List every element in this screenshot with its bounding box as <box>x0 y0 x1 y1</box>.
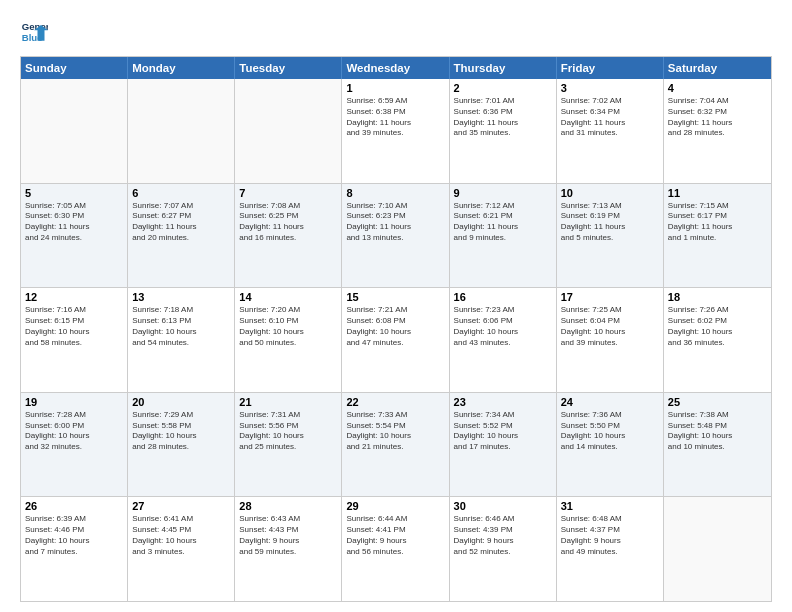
day-cell: 27Sunrise: 6:41 AM Sunset: 4:45 PM Dayli… <box>128 497 235 601</box>
day-info: Sunrise: 6:39 AM Sunset: 4:46 PM Dayligh… <box>25 514 123 557</box>
day-cell: 6Sunrise: 7:07 AM Sunset: 6:27 PM Daylig… <box>128 184 235 288</box>
day-number: 9 <box>454 187 552 199</box>
day-info: Sunrise: 7:10 AM Sunset: 6:23 PM Dayligh… <box>346 201 444 244</box>
day-cell: 15Sunrise: 7:21 AM Sunset: 6:08 PM Dayli… <box>342 288 449 392</box>
day-info: Sunrise: 6:46 AM Sunset: 4:39 PM Dayligh… <box>454 514 552 557</box>
day-info: Sunrise: 7:23 AM Sunset: 6:06 PM Dayligh… <box>454 305 552 348</box>
day-cell: 22Sunrise: 7:33 AM Sunset: 5:54 PM Dayli… <box>342 393 449 497</box>
day-info: Sunrise: 6:41 AM Sunset: 4:45 PM Dayligh… <box>132 514 230 557</box>
day-number: 12 <box>25 291 123 303</box>
day-number: 3 <box>561 82 659 94</box>
day-info: Sunrise: 7:26 AM Sunset: 6:02 PM Dayligh… <box>668 305 767 348</box>
day-number: 4 <box>668 82 767 94</box>
calendar: SundayMondayTuesdayWednesdayThursdayFrid… <box>20 56 772 602</box>
calendar-row: 12Sunrise: 7:16 AM Sunset: 6:15 PM Dayli… <box>21 287 771 392</box>
day-cell: 8Sunrise: 7:10 AM Sunset: 6:23 PM Daylig… <box>342 184 449 288</box>
day-info: Sunrise: 7:15 AM Sunset: 6:17 PM Dayligh… <box>668 201 767 244</box>
day-cell: 25Sunrise: 7:38 AM Sunset: 5:48 PM Dayli… <box>664 393 771 497</box>
day-number: 18 <box>668 291 767 303</box>
day-info: Sunrise: 7:01 AM Sunset: 6:36 PM Dayligh… <box>454 96 552 139</box>
day-number: 27 <box>132 500 230 512</box>
day-info: Sunrise: 7:20 AM Sunset: 6:10 PM Dayligh… <box>239 305 337 348</box>
day-cell: 24Sunrise: 7:36 AM Sunset: 5:50 PM Dayli… <box>557 393 664 497</box>
day-cell: 21Sunrise: 7:31 AM Sunset: 5:56 PM Dayli… <box>235 393 342 497</box>
day-number: 11 <box>668 187 767 199</box>
day-number: 22 <box>346 396 444 408</box>
day-info: Sunrise: 7:04 AM Sunset: 6:32 PM Dayligh… <box>668 96 767 139</box>
day-info: Sunrise: 7:38 AM Sunset: 5:48 PM Dayligh… <box>668 410 767 453</box>
day-info: Sunrise: 7:31 AM Sunset: 5:56 PM Dayligh… <box>239 410 337 453</box>
logo-icon: General Blue <box>20 18 48 46</box>
day-number: 17 <box>561 291 659 303</box>
day-cell: 26Sunrise: 6:39 AM Sunset: 4:46 PM Dayli… <box>21 497 128 601</box>
day-cell: 3Sunrise: 7:02 AM Sunset: 6:34 PM Daylig… <box>557 79 664 183</box>
day-number: 15 <box>346 291 444 303</box>
day-cell: 16Sunrise: 7:23 AM Sunset: 6:06 PM Dayli… <box>450 288 557 392</box>
day-cell: 23Sunrise: 7:34 AM Sunset: 5:52 PM Dayli… <box>450 393 557 497</box>
day-number: 16 <box>454 291 552 303</box>
day-number: 24 <box>561 396 659 408</box>
day-number: 25 <box>668 396 767 408</box>
weekday-header: Saturday <box>664 57 771 79</box>
day-number: 29 <box>346 500 444 512</box>
day-number: 1 <box>346 82 444 94</box>
day-number: 14 <box>239 291 337 303</box>
day-number: 6 <box>132 187 230 199</box>
day-number: 7 <box>239 187 337 199</box>
day-info: Sunrise: 7:21 AM Sunset: 6:08 PM Dayligh… <box>346 305 444 348</box>
page: General Blue SundayMondayTuesdayWednesda… <box>0 0 792 612</box>
weekday-header: Wednesday <box>342 57 449 79</box>
day-cell: 5Sunrise: 7:05 AM Sunset: 6:30 PM Daylig… <box>21 184 128 288</box>
day-number: 26 <box>25 500 123 512</box>
day-number: 30 <box>454 500 552 512</box>
day-info: Sunrise: 7:34 AM Sunset: 5:52 PM Dayligh… <box>454 410 552 453</box>
day-info: Sunrise: 7:28 AM Sunset: 6:00 PM Dayligh… <box>25 410 123 453</box>
empty-cell <box>235 79 342 183</box>
day-number: 19 <box>25 396 123 408</box>
day-info: Sunrise: 6:43 AM Sunset: 4:43 PM Dayligh… <box>239 514 337 557</box>
calendar-row: 5Sunrise: 7:05 AM Sunset: 6:30 PM Daylig… <box>21 183 771 288</box>
day-cell: 14Sunrise: 7:20 AM Sunset: 6:10 PM Dayli… <box>235 288 342 392</box>
day-cell: 11Sunrise: 7:15 AM Sunset: 6:17 PM Dayli… <box>664 184 771 288</box>
day-cell: 4Sunrise: 7:04 AM Sunset: 6:32 PM Daylig… <box>664 79 771 183</box>
calendar-row: 19Sunrise: 7:28 AM Sunset: 6:00 PM Dayli… <box>21 392 771 497</box>
day-info: Sunrise: 7:18 AM Sunset: 6:13 PM Dayligh… <box>132 305 230 348</box>
weekday-header: Sunday <box>21 57 128 79</box>
calendar-row: 1Sunrise: 6:59 AM Sunset: 6:38 PM Daylig… <box>21 79 771 183</box>
day-number: 5 <box>25 187 123 199</box>
weekday-header: Tuesday <box>235 57 342 79</box>
day-number: 20 <box>132 396 230 408</box>
day-cell: 2Sunrise: 7:01 AM Sunset: 6:36 PM Daylig… <box>450 79 557 183</box>
day-number: 13 <box>132 291 230 303</box>
day-info: Sunrise: 6:48 AM Sunset: 4:37 PM Dayligh… <box>561 514 659 557</box>
weekday-header: Friday <box>557 57 664 79</box>
day-number: 28 <box>239 500 337 512</box>
day-number: 23 <box>454 396 552 408</box>
day-info: Sunrise: 7:25 AM Sunset: 6:04 PM Dayligh… <box>561 305 659 348</box>
day-info: Sunrise: 7:08 AM Sunset: 6:25 PM Dayligh… <box>239 201 337 244</box>
day-info: Sunrise: 7:16 AM Sunset: 6:15 PM Dayligh… <box>25 305 123 348</box>
weekday-header: Monday <box>128 57 235 79</box>
day-info: Sunrise: 7:33 AM Sunset: 5:54 PM Dayligh… <box>346 410 444 453</box>
header: General Blue <box>20 18 772 46</box>
empty-cell <box>128 79 235 183</box>
calendar-body: 1Sunrise: 6:59 AM Sunset: 6:38 PM Daylig… <box>21 79 771 601</box>
logo: General Blue <box>20 18 52 46</box>
day-info: Sunrise: 7:07 AM Sunset: 6:27 PM Dayligh… <box>132 201 230 244</box>
day-cell: 31Sunrise: 6:48 AM Sunset: 4:37 PM Dayli… <box>557 497 664 601</box>
day-cell: 17Sunrise: 7:25 AM Sunset: 6:04 PM Dayli… <box>557 288 664 392</box>
day-cell: 19Sunrise: 7:28 AM Sunset: 6:00 PM Dayli… <box>21 393 128 497</box>
day-cell: 29Sunrise: 6:44 AM Sunset: 4:41 PM Dayli… <box>342 497 449 601</box>
day-cell: 30Sunrise: 6:46 AM Sunset: 4:39 PM Dayli… <box>450 497 557 601</box>
day-cell: 20Sunrise: 7:29 AM Sunset: 5:58 PM Dayli… <box>128 393 235 497</box>
empty-cell <box>664 497 771 601</box>
day-number: 10 <box>561 187 659 199</box>
day-cell: 1Sunrise: 6:59 AM Sunset: 6:38 PM Daylig… <box>342 79 449 183</box>
day-cell: 7Sunrise: 7:08 AM Sunset: 6:25 PM Daylig… <box>235 184 342 288</box>
day-number: 31 <box>561 500 659 512</box>
day-cell: 9Sunrise: 7:12 AM Sunset: 6:21 PM Daylig… <box>450 184 557 288</box>
calendar-header: SundayMondayTuesdayWednesdayThursdayFrid… <box>21 57 771 79</box>
day-info: Sunrise: 7:13 AM Sunset: 6:19 PM Dayligh… <box>561 201 659 244</box>
day-cell: 18Sunrise: 7:26 AM Sunset: 6:02 PM Dayli… <box>664 288 771 392</box>
day-cell: 28Sunrise: 6:43 AM Sunset: 4:43 PM Dayli… <box>235 497 342 601</box>
